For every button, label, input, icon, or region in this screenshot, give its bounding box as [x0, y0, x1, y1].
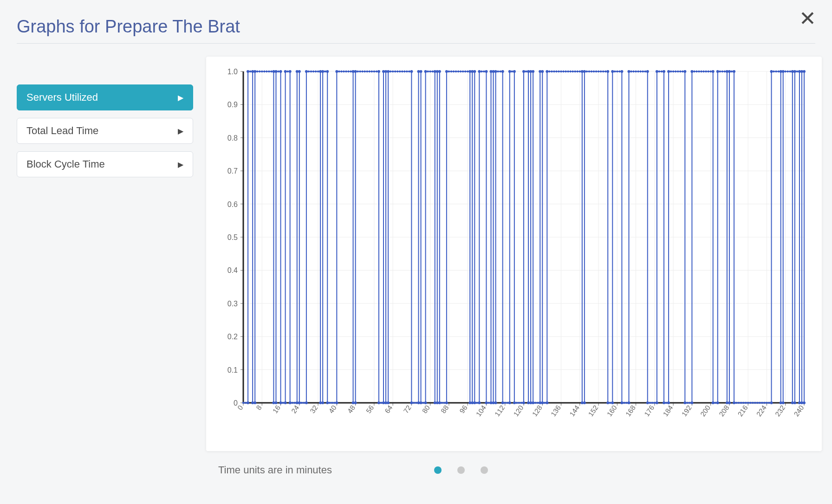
svg-point-281 — [268, 71, 270, 72]
svg-point-356 — [478, 71, 480, 72]
svg-point-518 — [504, 402, 506, 404]
svg-text:136: 136 — [549, 404, 562, 418]
svg-point-488 — [354, 402, 356, 404]
svg-text:0.3: 0.3 — [228, 300, 238, 308]
svg-point-374 — [539, 71, 541, 72]
svg-point-451 — [780, 71, 781, 72]
svg-point-541 — [623, 402, 625, 404]
svg-point-289 — [289, 71, 291, 72]
svg-point-371 — [527, 71, 529, 72]
svg-point-517 — [502, 402, 504, 404]
svg-point-286 — [280, 71, 281, 72]
svg-point-452 — [782, 71, 784, 72]
svg-point-404 — [614, 71, 616, 72]
svg-point-460 — [801, 71, 803, 72]
svg-point-327 — [396, 71, 398, 72]
svg-text:120: 120 — [512, 404, 525, 418]
svg-point-431 — [696, 71, 697, 72]
svg-text:104: 104 — [474, 404, 488, 418]
svg-point-461 — [803, 71, 805, 72]
svg-point-304 — [340, 71, 342, 72]
svg-point-316 — [369, 71, 370, 72]
svg-point-309 — [352, 71, 354, 72]
svg-point-441 — [722, 71, 723, 72]
svg-point-489 — [378, 402, 380, 404]
svg-point-437 — [709, 71, 711, 72]
svg-point-273 — [249, 71, 251, 72]
sidebar-item-total-lead-time[interactable]: Total Lead Time ▶ — [17, 118, 193, 144]
svg-text:0.5: 0.5 — [228, 233, 238, 241]
page-dot-2[interactable] — [457, 466, 465, 474]
svg-point-376 — [546, 71, 548, 72]
svg-point-519 — [507, 402, 508, 404]
svg-point-521 — [514, 402, 515, 404]
svg-point-546 — [651, 402, 653, 404]
svg-point-474 — [294, 402, 296, 404]
svg-text:216: 216 — [736, 404, 749, 418]
svg-point-315 — [366, 71, 368, 72]
svg-text:0.1: 0.1 — [228, 366, 238, 374]
svg-point-388 — [574, 71, 576, 72]
svg-point-430 — [693, 71, 695, 72]
svg-point-569 — [752, 402, 754, 404]
svg-point-338 — [429, 71, 431, 72]
svg-point-341 — [436, 71, 438, 72]
svg-point-321 — [383, 71, 384, 72]
svg-point-339 — [432, 71, 434, 72]
svg-point-571 — [756, 402, 758, 404]
svg-text:0.2: 0.2 — [228, 333, 238, 341]
svg-point-493 — [387, 402, 389, 404]
svg-point-357 — [481, 71, 482, 72]
svg-point-296 — [315, 71, 317, 72]
svg-point-547 — [654, 402, 656, 404]
svg-point-293 — [308, 71, 310, 72]
page-dot-3[interactable] — [481, 466, 488, 474]
svg-point-467 — [273, 402, 274, 404]
svg-point-516 — [494, 402, 496, 404]
svg-point-375 — [541, 71, 543, 72]
svg-point-446 — [733, 71, 735, 72]
svg-point-380 — [555, 71, 557, 72]
sidebar-item-block-cycle-time[interactable]: Block Cycle Time ▶ — [17, 151, 193, 177]
svg-point-328 — [399, 71, 401, 72]
svg-point-352 — [467, 71, 468, 72]
svg-point-366 — [509, 71, 511, 72]
svg-text:0.7: 0.7 — [228, 167, 238, 175]
svg-point-300 — [324, 71, 326, 72]
svg-point-279 — [263, 71, 265, 72]
servers-utilized-chart: 00.10.20.30.40.50.60.70.80.91.0081624324… — [214, 65, 813, 436]
svg-point-294 — [310, 71, 312, 72]
svg-point-301 — [326, 71, 328, 72]
close-icon[interactable]: ✕ — [799, 8, 816, 29]
svg-point-573 — [761, 402, 763, 404]
svg-point-475 — [296, 402, 298, 404]
svg-point-454 — [787, 71, 789, 72]
svg-point-275 — [254, 71, 256, 72]
svg-point-485 — [333, 402, 335, 404]
svg-point-363 — [497, 71, 499, 72]
svg-point-336 — [424, 71, 426, 72]
svg-point-457 — [794, 71, 796, 72]
svg-point-389 — [577, 71, 578, 72]
sidebar-item-servers-utilized[interactable]: Servers Utilized ▶ — [17, 84, 193, 110]
svg-point-426 — [679, 71, 681, 72]
svg-point-280 — [266, 71, 267, 72]
page-dot-1[interactable] — [434, 466, 442, 474]
svg-point-556 — [712, 402, 714, 404]
svg-point-349 — [460, 71, 462, 72]
svg-point-422 — [670, 71, 672, 72]
svg-point-432 — [698, 71, 700, 72]
svg-point-405 — [616, 71, 618, 72]
svg-point-305 — [343, 71, 344, 72]
sidebar-item-label: Total Lead Time — [26, 125, 98, 137]
svg-point-525 — [523, 402, 525, 404]
svg-point-459 — [799, 71, 800, 72]
svg-text:56: 56 — [364, 404, 375, 414]
svg-point-385 — [567, 71, 569, 72]
svg-point-401 — [604, 71, 606, 72]
svg-point-473 — [292, 402, 293, 404]
svg-point-580 — [792, 402, 793, 404]
svg-point-480 — [319, 402, 321, 404]
svg-point-288 — [286, 71, 288, 72]
svg-point-379 — [553, 71, 555, 72]
